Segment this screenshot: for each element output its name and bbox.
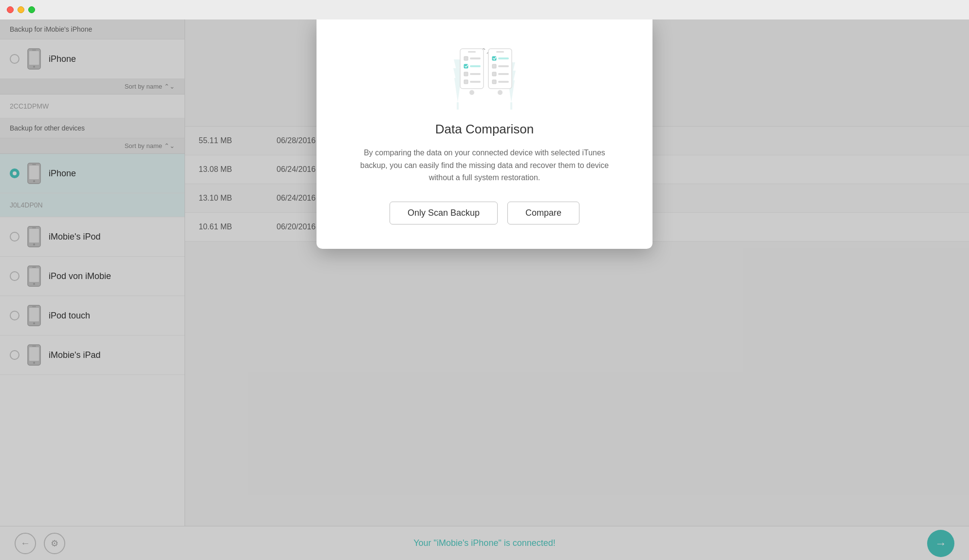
modal-buttons: Only Scan Backup Compare xyxy=(390,202,579,224)
svg-rect-40 xyxy=(464,80,468,84)
svg-rect-51 xyxy=(492,80,496,84)
svg-rect-27 xyxy=(457,102,459,110)
main-content: If your backup folder is not listed, ple… xyxy=(0,19,969,560)
svg-point-53 xyxy=(498,90,503,95)
svg-rect-33 xyxy=(468,51,476,53)
modal-illustration xyxy=(431,39,538,117)
svg-rect-47 xyxy=(492,64,496,68)
svg-rect-52 xyxy=(498,81,509,83)
svg-rect-48 xyxy=(498,65,509,67)
svg-rect-37 xyxy=(470,65,481,67)
only-scan-backup-button[interactable]: Only Scan Backup xyxy=(390,202,498,224)
svg-rect-49 xyxy=(492,72,496,76)
data-comparison-modal: Data Comparison By comparing the data on… xyxy=(317,19,652,249)
svg-rect-44 xyxy=(496,51,504,53)
svg-rect-50 xyxy=(498,73,509,75)
svg-rect-41 xyxy=(470,81,481,83)
svg-rect-35 xyxy=(470,57,481,59)
svg-point-42 xyxy=(469,90,474,95)
close-button[interactable] xyxy=(7,6,14,13)
title-bar xyxy=(0,0,969,19)
modal-overlay: Data Comparison By comparing the data on… xyxy=(0,19,969,560)
svg-rect-34 xyxy=(464,56,468,60)
illustration-svg xyxy=(431,39,538,117)
minimize-button[interactable] xyxy=(18,6,24,13)
compare-button[interactable]: Compare xyxy=(507,202,579,224)
svg-rect-46 xyxy=(498,57,509,59)
svg-rect-39 xyxy=(470,73,481,75)
modal-description: By comparing the data on your connected … xyxy=(358,147,611,184)
svg-rect-31 xyxy=(510,102,512,110)
maximize-button[interactable] xyxy=(28,6,35,13)
modal-title: Data Comparison xyxy=(435,122,534,137)
svg-rect-38 xyxy=(464,72,468,76)
